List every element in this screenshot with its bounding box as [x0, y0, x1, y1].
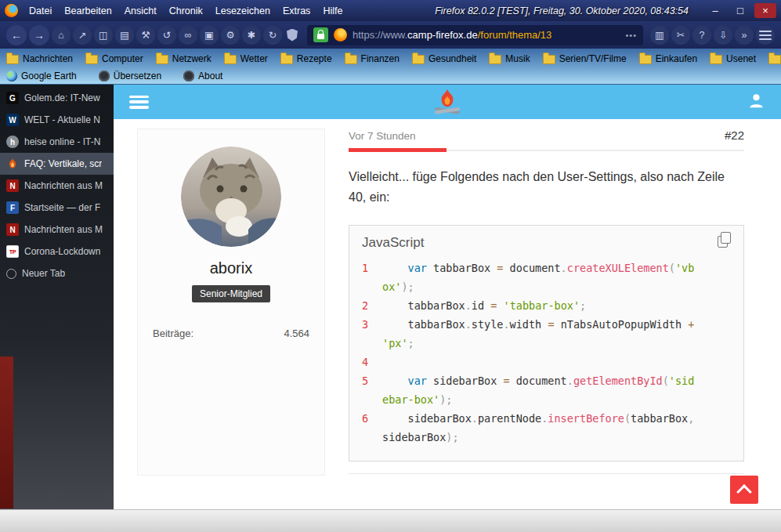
- print-button[interactable]: ▤: [115, 26, 134, 45]
- close-button[interactable]: ×: [754, 3, 776, 18]
- menu-bearbeiten[interactable]: Bearbeiten: [58, 3, 118, 19]
- bookmark-label: Serien/TV/Filme: [559, 53, 627, 64]
- tab-neuer-tab[interactable]: Neuer Tab: [0, 262, 114, 284]
- menu-lesezeichen[interactable]: Lesezeichen: [209, 3, 277, 19]
- posts-label: Beiträge:: [153, 328, 193, 339]
- overflow-chevron-button[interactable]: »: [735, 26, 754, 45]
- bookmark-folder-netzwerk[interactable]: Netzwerk: [156, 53, 212, 64]
- welt-favicon: W: [6, 114, 19, 126]
- bookmark-folder-computer[interactable]: Computer: [85, 53, 143, 64]
- snip-button[interactable]: ✂: [671, 26, 690, 45]
- bookmark-folder-serien[interactable]: Serien/TV/Filme: [543, 53, 627, 64]
- tab-label: Corona-Lockdown: [24, 246, 100, 257]
- bookmark-folder-sonst[interactable]: Sonst: [768, 53, 781, 64]
- back-button[interactable]: ←: [6, 25, 27, 45]
- secure-lock-icon[interactable]: [313, 27, 328, 42]
- sidebar-decoration: [0, 356, 13, 508]
- campfire-favicon: [6, 157, 19, 170]
- tab-nachrichten-1[interactable]: N Nachrichten aus M: [0, 175, 114, 197]
- url-prefix: https://www.: [353, 29, 407, 41]
- forward-button[interactable]: →: [29, 25, 49, 45]
- code-line: 5 var sidebarBox = document.getElementBy…: [362, 371, 731, 409]
- tab-telepolis[interactable]: TP Corona-Lockdown: [0, 241, 114, 262]
- bookmark-folder-finanzen[interactable]: Finanzen: [345, 53, 400, 64]
- reload-button[interactable]: ↻: [263, 26, 282, 45]
- folder-icon: [224, 55, 237, 64]
- tab-golem[interactable]: G Golem.de: IT-New: [0, 87, 114, 109]
- maximize-button[interactable]: □: [729, 3, 751, 18]
- folder-icon: [768, 55, 781, 64]
- folder-icon: [639, 55, 652, 64]
- vertical-tab-sidebar: G Golem.de: IT-New W WELT - Aktuelle N h…: [0, 85, 114, 509]
- bookmark-folder-nachrichten[interactable]: Nachrichten: [6, 53, 73, 64]
- share-button[interactable]: ↗: [73, 26, 92, 45]
- scroll-to-top-button[interactable]: [730, 476, 758, 504]
- tab-label: Nachrichten aus M: [24, 224, 103, 235]
- post-body-text: Vielleicht... füge Folgendes nach den Us…: [349, 167, 744, 208]
- tab-nachrichten-2[interactable]: N Nachrichten aus M: [0, 219, 114, 241]
- menu-chronik[interactable]: Chronik: [163, 3, 209, 19]
- tab-startseite[interactable]: F Startseite — der F: [0, 197, 114, 219]
- code-block: JavaScript 1 var tabbarBox = document.cr…: [349, 225, 744, 461]
- tab-welt[interactable]: W WELT - Aktuelle N: [0, 109, 114, 131]
- post-number-link[interactable]: #22: [725, 128, 744, 142]
- copy-code-icon[interactable]: [718, 236, 728, 248]
- minimize-button[interactable]: –: [704, 3, 726, 18]
- bookmark-label: About: [198, 71, 222, 81]
- sync-button[interactable]: ∞: [179, 26, 197, 45]
- tab-label: Golem.de: IT-New: [24, 92, 100, 103]
- forum-menu-icon[interactable]: [129, 96, 149, 109]
- bookmark-folder-wetter[interactable]: Wetter: [224, 53, 268, 64]
- folder-icon: [345, 55, 357, 64]
- firefox-window: Datei Bearbeiten Ansicht Chronik Lesezei…: [0, 0, 781, 532]
- bookmark-folder-einkaufen[interactable]: Einkaufen: [639, 53, 697, 64]
- translate-globe-icon: [99, 71, 110, 81]
- addons-button[interactable]: ⚙: [221, 26, 240, 45]
- author-rank-badge: Senior-Mitglied: [192, 285, 270, 302]
- code-line: 2 tabbarBox.id = 'tabbar-box';: [362, 296, 731, 315]
- bookmark-label: Google Earth: [21, 71, 77, 81]
- bookmark-folder-musik[interactable]: Musik: [489, 53, 530, 64]
- tab-faq-vertikale-active[interactable]: FAQ: Vertikale, scr: [0, 153, 114, 175]
- avatar[interactable]: [181, 147, 281, 247]
- bookmark-google-earth[interactable]: Google Earth: [6, 71, 77, 81]
- code-line: 3 tabbarBox.style.width = nTabsAutoPopup…: [362, 315, 731, 353]
- menu-datei[interactable]: Datei: [23, 3, 58, 19]
- url-bar[interactable]: https://www.camp-firefox.de/forum/thema/…: [307, 25, 643, 45]
- bookmark-folder-usenet[interactable]: Usenet: [710, 53, 756, 64]
- tab-label: Startseite — der F: [24, 202, 100, 213]
- user-account-icon[interactable]: [747, 92, 765, 113]
- line-number: 3: [362, 315, 382, 353]
- campfire-logo-icon[interactable]: [430, 88, 465, 119]
- author-username[interactable]: aborix: [210, 259, 252, 277]
- help-button[interactable]: ?: [692, 26, 711, 45]
- sidebar-toggle-button[interactable]: ◫: [94, 26, 113, 45]
- save-page-button[interactable]: ⇩: [714, 26, 732, 45]
- bookmark-folder-rezepte[interactable]: Rezepte: [280, 53, 332, 64]
- app-menu-button[interactable]: [756, 26, 775, 45]
- telepolis-favicon: TP: [6, 245, 19, 258]
- post-content: Vor 7 Stunden #22 Vielleicht... füge Fol…: [349, 128, 744, 474]
- history-button[interactable]: ↺: [157, 26, 176, 45]
- line-number: 1: [362, 259, 382, 296]
- screenshot-button[interactable]: ▣: [200, 26, 219, 45]
- page-actions-button[interactable]: •••: [625, 31, 637, 40]
- post-meta-row: Vor 7 Stunden #22: [349, 128, 744, 142]
- tools-button[interactable]: ⚒: [136, 26, 155, 45]
- settings-button[interactable]: ✱: [242, 26, 261, 45]
- line-number: 4: [362, 353, 382, 371]
- home-button[interactable]: ⌂: [52, 26, 71, 45]
- folder-icon: [280, 55, 293, 64]
- news-favicon: N: [6, 179, 19, 192]
- folder-icon: [85, 55, 98, 64]
- menu-hilfe[interactable]: Hilfe: [316, 3, 349, 19]
- menu-extras[interactable]: Extras: [277, 3, 316, 19]
- tab-heise[interactable]: h heise online - IT-N: [0, 131, 114, 153]
- menu-ansicht[interactable]: Ansicht: [118, 3, 163, 19]
- containers-button[interactable]: ▥: [650, 26, 669, 45]
- post-timestamp[interactable]: Vor 7 Stunden: [349, 130, 416, 142]
- bookmark-about[interactable]: About: [183, 71, 222, 81]
- bookmark-uebersetzen[interactable]: Übersetzen: [99, 71, 161, 81]
- tracking-protection-shield-icon[interactable]: [287, 29, 298, 42]
- bookmark-folder-gesundheit[interactable]: Gesundheit: [412, 53, 476, 64]
